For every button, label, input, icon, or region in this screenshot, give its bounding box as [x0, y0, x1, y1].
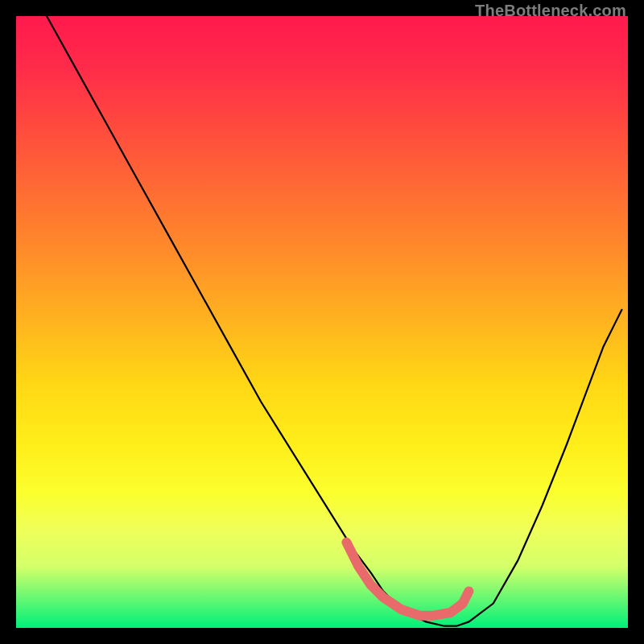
- curve-line: [47, 16, 621, 626]
- chart-overlay: [16, 16, 628, 628]
- watermark-text: TheBottleneck.com: [475, 2, 626, 20]
- chart-container: [16, 16, 628, 628]
- marker-segment: [346, 543, 469, 616]
